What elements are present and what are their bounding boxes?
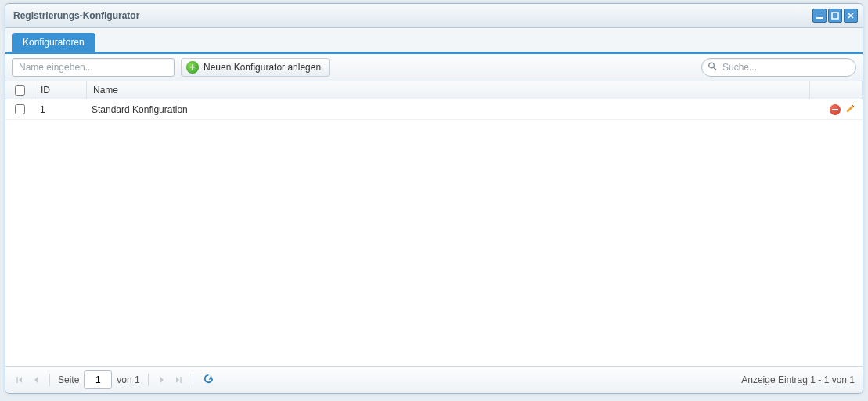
tab-konfiguratoren[interactable]: Konfiguratoren [12,33,95,52]
header-name[interactable]: Name [87,81,810,99]
plus-icon: + [186,61,199,74]
search-input[interactable] [701,58,856,77]
prev-page-icon [32,375,40,385]
page-input[interactable] [84,370,112,389]
window-title: Registrierungs-Konfigurator [13,10,812,21]
search-icon [708,62,717,74]
maximize-button[interactable] [828,9,842,23]
row-checkbox[interactable] [15,104,25,114]
close-icon [847,12,855,20]
row-actions [811,99,863,119]
add-configurator-label: Neuen Konfigurator anlegen [203,62,321,73]
maximize-icon [831,12,839,20]
header-actions [810,81,863,99]
pager: Seite von 1 Anzeige Eintrag 1 - 1 von 1 [5,366,863,393]
search-wrap [701,58,856,77]
refresh-icon [203,373,214,385]
pager-summary: Anzeige Eintrag 1 - 1 von 1 [741,374,855,385]
row-name: Standard Konfiguration [85,99,811,119]
first-page-icon [15,375,24,385]
edit-icon[interactable] [845,103,856,116]
header-checkbox-col [5,81,34,99]
page-label: Seite [58,374,79,385]
next-page-icon [158,375,166,385]
grid-body: 1 Standard Konfiguration [5,99,863,366]
header-id[interactable]: ID [34,81,87,99]
tab-bar: Konfiguratoren [5,28,863,54]
svg-rect-1 [832,13,838,19]
last-page-button[interactable] [172,375,185,385]
last-page-icon [174,375,183,385]
prev-page-button[interactable] [31,375,41,385]
svg-point-2 [709,63,715,68]
window-panel: Registrierungs-Konfigurator Konfigurator… [5,3,863,394]
titlebar: Registrierungs-Konfigurator [5,4,863,28]
grid-header: ID Name [5,81,863,99]
pager-separator [193,374,193,386]
next-page-button[interactable] [157,375,167,385]
first-page-button[interactable] [13,375,26,385]
delete-icon[interactable] [830,104,841,115]
row-checkbox-col [5,99,34,119]
select-all-checkbox[interactable] [15,85,25,96]
window-controls [812,9,858,23]
page-of-label: von 1 [117,374,139,385]
name-input[interactable] [12,58,175,77]
pager-separator [148,374,149,386]
add-configurator-button[interactable]: + Neuen Konfigurator anlegen [181,58,330,77]
refresh-button[interactable] [203,373,214,387]
pager-separator [49,374,50,386]
row-id: 1 [34,99,85,119]
minimize-icon [816,12,823,20]
table-row[interactable]: 1 Standard Konfiguration [5,99,863,120]
svg-rect-0 [816,17,823,19]
minimize-button[interactable] [812,9,827,23]
toolbar: + Neuen Konfigurator anlegen [5,54,863,81]
close-button[interactable] [844,9,858,23]
svg-line-3 [714,68,716,70]
